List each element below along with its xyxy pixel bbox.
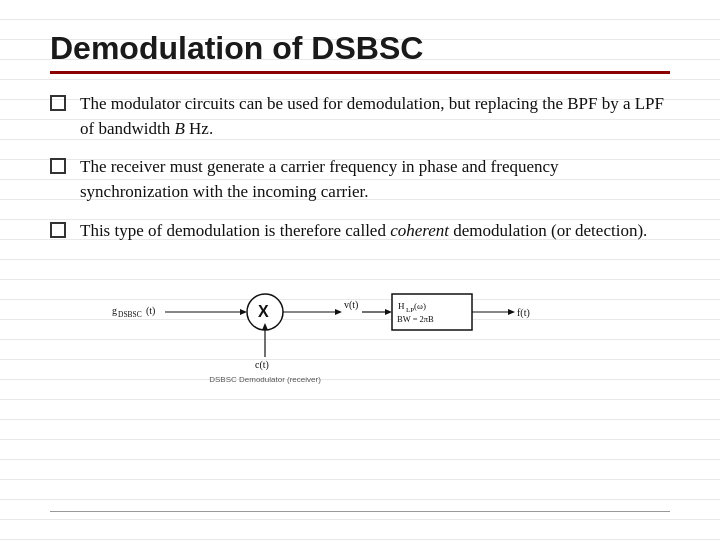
carrier-label: c(t): [255, 359, 269, 371]
content-area: The modulator circuits can be used for d…: [50, 92, 670, 387]
diagram-caption: DSBSC Demodulator (receiver): [209, 375, 321, 384]
filter-label-top: H: [398, 301, 405, 311]
input-subscript: DSBSC: [118, 310, 142, 319]
filter-label-omega: (ω): [414, 301, 426, 311]
list-item: The receiver must generate a carrier fre…: [50, 155, 670, 204]
bullet-icon-1: [50, 95, 66, 111]
bullet-icon-3: [50, 222, 66, 238]
arrow-head-4: [508, 309, 515, 315]
filter-box: [392, 294, 472, 330]
arrow-head-3: [385, 309, 392, 315]
title-underline: [50, 71, 670, 74]
italic-coherent: coherent: [390, 221, 449, 240]
list-item: The modulator circuits can be used for d…: [50, 92, 670, 141]
arrow-head-2: [335, 309, 342, 315]
input-label: g: [112, 305, 117, 316]
bullet-text-1: The modulator circuits can be used for d…: [80, 92, 670, 141]
filter-bw-label: BW = 2πB: [397, 314, 434, 324]
bullet-text-2: The receiver must generate a carrier fre…: [80, 155, 670, 204]
slide-title: Demodulation of DSBSC: [50, 30, 670, 67]
vt-label: v(t): [344, 299, 358, 311]
bullet-list: The modulator circuits can be used for d…: [50, 92, 670, 243]
slide: Demodulation of DSBSC The modulator circ…: [0, 0, 720, 540]
italic-b: B: [174, 119, 184, 138]
list-item: This type of demodulation is therefore c…: [50, 219, 670, 244]
input-label-t: (t): [146, 305, 155, 317]
bullet-icon-2: [50, 158, 66, 174]
bottom-separator: [50, 511, 670, 512]
bullet-text-3: This type of demodulation is therefore c…: [80, 219, 670, 244]
block-diagram: g DSBSC (t) X v(t) H: [110, 257, 610, 387]
diagram-container: g DSBSC (t) X v(t) H: [50, 257, 670, 387]
arrow-head-1: [240, 309, 247, 315]
multiplier-symbol: X: [258, 303, 269, 320]
output-label: f(t): [517, 307, 530, 319]
